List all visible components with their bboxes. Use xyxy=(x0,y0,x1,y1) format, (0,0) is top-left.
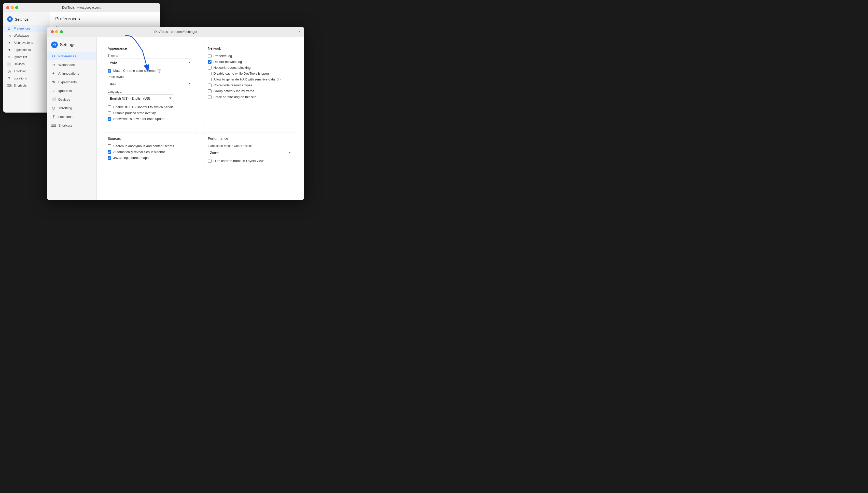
sidebar1-item-ignorelist[interactable]: ≡ Ignore list xyxy=(3,53,50,61)
tl-red-w2[interactable] xyxy=(51,30,54,34)
cb2-w2[interactable] xyxy=(108,111,111,115)
net-cb7-row: Group network log by frame xyxy=(208,89,293,93)
tl-green-w2[interactable] xyxy=(60,30,63,34)
sidebar2-item-ai[interactable]: ✦ AI innovations xyxy=(47,69,96,78)
sidebar1-item-locations[interactable]: 📍 Locations xyxy=(3,75,50,82)
sidebar2-shortcuts-label: Shortcuts xyxy=(58,124,72,127)
net-cb7[interactable] xyxy=(208,89,212,93)
flamechart-label: Flamechart mouse wheel action: xyxy=(208,144,293,148)
help-icon-net[interactable]: ? xyxy=(277,78,281,81)
sidebar2-item-shortcuts[interactable]: ⌨ Shortcuts xyxy=(47,121,96,130)
net-cb6-row: Color-code resource types xyxy=(208,83,293,87)
src-cb1[interactable] xyxy=(108,144,111,148)
sidebar2-item-preferences[interactable]: ⚙ Preferences xyxy=(47,52,96,60)
appearance-title: Appearance xyxy=(108,46,193,50)
window2-body: ⚙ Settings ⚙ Preferences 🗁 Workspace ✦ A… xyxy=(47,37,304,200)
help-icon-w2[interactable]: ? xyxy=(158,69,161,72)
workspace-icon-s1: 🗁 xyxy=(7,34,11,38)
sidebar1-item-workspace[interactable]: 🗁 Workspace xyxy=(3,32,50,39)
window2-title: DevTools - chrome://settings/ xyxy=(154,30,197,34)
sidebar2-item-experiments[interactable]: ⚗ Experiments xyxy=(47,78,96,86)
cb1-label-w2: Enable ⌘ + 1-9 shortcut to switch panels xyxy=(113,105,174,109)
match-chrome-label-w2: Match Chrome color scheme xyxy=(113,69,156,72)
net-cb8[interactable] xyxy=(208,95,212,99)
sidebar2-item-throttling[interactable]: ◎ Throttling xyxy=(47,104,96,112)
net-cb4-label: Disable cache while DevTools is open xyxy=(214,71,269,76)
panel-layout-label-w2: Panel layout: xyxy=(108,75,193,79)
sidebar2-item-workspace[interactable]: 🗁 Workspace xyxy=(47,60,96,69)
traffic-light-green[interactable] xyxy=(15,6,18,9)
throttling-icon-w2: ◎ xyxy=(51,106,56,110)
content2: Appearance Theme: Auto Match Chrome colo… xyxy=(97,37,304,200)
net-cb5[interactable] xyxy=(208,78,212,81)
sidebar1-item-ai[interactable]: ✦ AI innovations xyxy=(3,39,50,46)
net-cb1-label: Preserve log xyxy=(214,54,232,58)
sidebar1-item-experiments[interactable]: ⚗ Experiments xyxy=(3,46,50,53)
theme-select-w2[interactable]: Auto xyxy=(108,59,193,66)
traffic-light-red[interactable] xyxy=(6,6,9,9)
sidebar2-title: Settings xyxy=(60,42,75,47)
sidebar1-item-throttling[interactable]: ◎ Throttling xyxy=(3,68,50,75)
net-cb5-label: Allow to generate HAR with sensitive dat… xyxy=(214,78,275,81)
sidebar1-experiments-label: Experiments xyxy=(14,48,31,52)
src-cb1-row: Search in anonymous and content scripts xyxy=(108,144,193,148)
src-cb3[interactable] xyxy=(108,156,111,160)
window1-title: DevTools - www.google.com/ xyxy=(62,6,101,9)
src-cb2[interactable] xyxy=(108,150,111,154)
settings-icon-w2: ⚙ xyxy=(51,42,58,48)
cb1-w2[interactable] xyxy=(108,105,111,109)
sidebar1-item-devices[interactable]: ⬜ Devices xyxy=(3,61,50,68)
sidebar1-title: Settings xyxy=(15,17,28,21)
net-cb2[interactable] xyxy=(208,60,212,64)
shortcuts-icon-s1: ⌨ xyxy=(7,84,11,88)
network-panel: Network Preserve log Record network log … xyxy=(203,42,298,127)
net-cb6[interactable] xyxy=(208,84,212,87)
content1-title: Preferences xyxy=(55,16,155,22)
workspace-icon-w2: 🗁 xyxy=(51,62,56,67)
panel-layout-select-w2[interactable]: auto xyxy=(108,80,193,87)
net-cb3-label: Network request blocking xyxy=(214,66,251,69)
shortcuts-icon-w2: ⌨ xyxy=(51,123,56,128)
cb2-label-w2: Disable paused state overlay xyxy=(113,111,156,115)
net-cb1[interactable] xyxy=(208,54,212,58)
net-cb4[interactable] xyxy=(208,72,212,76)
sidebar2-header: ⚙ Settings xyxy=(47,39,96,52)
sidebar2-item-ignorelist[interactable]: ≡ Ignore list xyxy=(47,86,96,95)
net-cb6-label: Color-code resource types xyxy=(214,83,252,87)
sidebar2: ⚙ Settings ⚙ Preferences 🗁 Workspace ✦ A… xyxy=(47,37,97,200)
net-cb2-row: Record network log xyxy=(208,60,293,64)
language-select-w2[interactable]: English (US) - English (US) xyxy=(108,94,174,102)
close-button-w2[interactable]: × xyxy=(298,30,301,34)
src-cb3-row: JavaScript source maps xyxy=(108,156,193,160)
cb3-w2[interactable] xyxy=(108,117,111,121)
language-label-w2: Language: xyxy=(108,90,193,93)
match-chrome-row-w2: Match Chrome color scheme ? xyxy=(108,69,193,72)
net-cb2-label: Record network log xyxy=(214,60,242,64)
sidebar2-preferences-label: Preferences xyxy=(58,54,76,58)
sidebar2-locations-label: Locations xyxy=(58,115,72,119)
sidebar1-preferences-label: Preferences xyxy=(14,27,30,30)
sidebar2-workspace-label: Workspace xyxy=(58,63,75,67)
tl-yellow-w2[interactable] xyxy=(55,30,58,34)
sidebar1-shortcuts-label: Shortcuts xyxy=(14,84,27,87)
locations-icon-s1: 📍 xyxy=(7,77,11,81)
performance-title: Performance xyxy=(208,136,293,141)
ai-icon-s1: ✦ xyxy=(7,41,11,45)
sidebar1-item-shortcuts[interactable]: ⌨ Shortcuts xyxy=(3,82,50,89)
sidebar1-ai-label: AI innovations xyxy=(14,41,33,45)
perf-cb1[interactable] xyxy=(208,159,212,163)
flamechart-select[interactable]: Zoom xyxy=(208,149,293,156)
sidebar2-item-devices[interactable]: ⬜ Devices xyxy=(47,95,96,104)
net-cb3[interactable] xyxy=(208,66,212,69)
experiments-icon-w2: ⚗ xyxy=(51,80,56,84)
sidebar2-ignorelist-label: Ignore list xyxy=(58,89,72,93)
sidebar1-item-preferences[interactable]: ⚙ Preferences xyxy=(3,25,50,32)
sidebar1-throttling-label: Throttling xyxy=(14,69,26,73)
match-chrome-cb-w2[interactable] xyxy=(108,69,111,72)
traffic-light-yellow[interactable] xyxy=(11,6,14,9)
preferences-icon-s1: ⚙ xyxy=(7,26,11,30)
sidebar1-header: ⚙ Settings xyxy=(3,14,50,25)
sidebar2-item-locations[interactable]: 📍 Locations xyxy=(47,112,96,121)
locations-icon-w2: 📍 xyxy=(51,114,56,119)
cb2-row-w2: Disable paused state overlay xyxy=(108,111,193,115)
